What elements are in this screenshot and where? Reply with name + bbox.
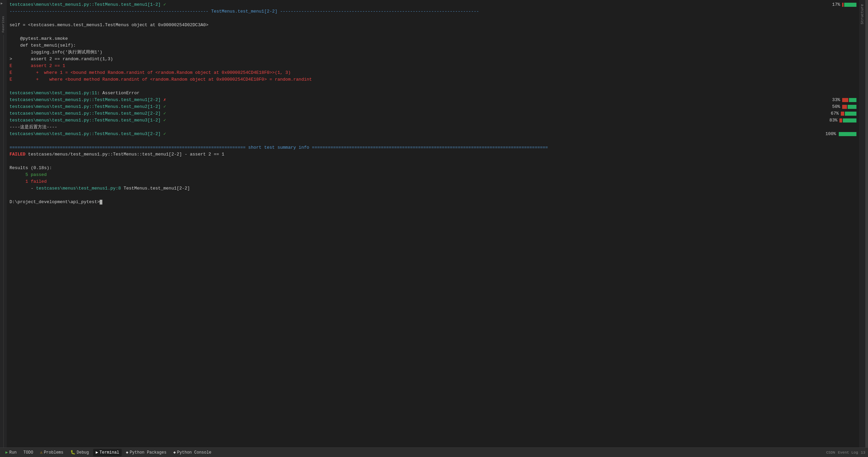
test-line-6: testcases\menus\test_menus1.py::TestMenu… [10, 131, 856, 137]
debug-label: Debug [77, 450, 89, 455]
error-3: E + where <bound method Random.randint o… [10, 76, 856, 83]
terminal-button[interactable]: ▶ Terminal [93, 449, 122, 456]
terminal-label: Terminal [100, 450, 119, 455]
sidebar-top-icon: ▶ [1, 1, 6, 6]
progress-right-2: 33% [832, 97, 856, 103]
pbar-red-3 [842, 105, 847, 109]
percent-5: 83% [830, 117, 837, 124]
blank-1 [10, 15, 856, 22]
self-line: self = <testcases.menus.test_menus1.Test… [10, 22, 856, 29]
percent-6: 100% [826, 131, 836, 137]
problems-label: Problems [44, 450, 64, 455]
problems-button[interactable]: ⚠ Problems [37, 449, 66, 456]
separator-line: ----------------------------------------… [10, 8, 856, 15]
progress-right-5: 83% [830, 117, 856, 124]
sidebar-favorites: Favorites [2, 16, 5, 33]
progress-right-1: 17% [832, 1, 856, 8]
pbar-red-2 [842, 98, 848, 102]
python-console-button[interactable]: ◆ Python Console [171, 449, 214, 456]
progress-right-3: 50% [832, 103, 856, 110]
pbar-3 [842, 105, 856, 109]
file-link[interactable]: testcases\menus\test_menus1.py:11 [10, 91, 97, 96]
blank-6 [10, 192, 856, 199]
run-button[interactable]: ▶ Run [3, 449, 19, 456]
pbar-4 [841, 112, 856, 116]
code-4: > assert 2 == random.randint(1,3) [10, 56, 856, 63]
code-2: def test_menu1(self): [10, 42, 856, 49]
failed-item-line: - testcases\menus\test_menus1.py:8 TestM… [10, 185, 856, 192]
error-2: E + where 1 = <bound method Random.randi… [10, 69, 856, 76]
cursor [100, 200, 102, 205]
python-packages-label: Python Packages [130, 450, 167, 455]
main-area: ▶ Favorites testcases\menus\test_menus1.… [0, 0, 868, 447]
code-3: logging.info('执行测试用例1') [10, 49, 856, 56]
pbar-red-4 [841, 112, 844, 116]
python-packages-button[interactable]: ◆ Python Packages [123, 449, 169, 456]
pbar-green-1 [844, 3, 856, 7]
failed-line: FAILED testcases/menus/test_menus1.py::T… [10, 151, 856, 158]
test-path-6: testcases\menus\test_menus1.py::TestMenu… [10, 131, 166, 137]
csdn-label: CSDN [826, 451, 835, 455]
todo-button[interactable]: TODO [21, 449, 36, 456]
right-panel: Structure [859, 0, 865, 447]
event-log-label[interactable]: Event Log [838, 451, 858, 455]
test-path-5: testcases\menus\test_menus1.py::TestMenu… [10, 117, 166, 124]
run-icon: ▶ [5, 450, 8, 455]
failed-item-link[interactable]: testcases\menus\test_menus1.py:8 [36, 186, 121, 191]
terminal-container[interactable]: testcases\menus\test_menus1.py::TestMenu… [7, 0, 859, 447]
python-console-label: Python Console [177, 450, 211, 455]
pbar-red-5 [839, 118, 842, 123]
scrollbar-v[interactable] [865, 0, 868, 447]
error-1: E assert 2 == 1 [10, 63, 856, 69]
test-path-2: testcases\menus\test_menus1.py::TestMenu… [10, 97, 166, 103]
pbar-green-2 [849, 98, 856, 102]
debug-icon: 🐛 [70, 450, 75, 455]
percent-1: 17% [832, 1, 840, 8]
code-1: @pytest.mark.smoke [10, 35, 856, 42]
test-path-4: testcases\menus\test_menus1.py::TestMenu… [10, 110, 166, 117]
percent-4: 67% [831, 110, 839, 117]
pbar-5 [839, 118, 856, 123]
line-count: 13 [861, 451, 865, 455]
results-header: Results (0.18s): [10, 165, 856, 172]
test-line-3: testcases\menus\test_menus1.py::TestMenu… [10, 103, 856, 110]
test-path-3: testcases\menus\test_menus1.py::TestMenu… [10, 103, 166, 110]
status-area: CSDN Event Log 13 [826, 451, 865, 455]
passed-line: 5 passed [10, 172, 856, 178]
test-line-5: testcases\menus\test_menus1.py::TestMenu… [10, 117, 856, 124]
blank-4 [10, 137, 856, 144]
progress-right-6: 100% [826, 131, 856, 137]
pbar-2 [842, 98, 856, 102]
pbar-green-4 [845, 112, 856, 116]
prompt-line: D:\project_development\api_pytest> [10, 199, 856, 206]
teardown-line: ----这是后置方法---- [10, 124, 856, 131]
progress-right-4: 67% [831, 110, 856, 117]
bottom-toolbar: ▶ Run TODO ⚠ Problems 🐛 Debug ▶ Terminal… [0, 447, 868, 457]
file-link-line: testcases\menus\test_menus1.py:11: Asser… [10, 90, 856, 97]
pbar-6 [838, 132, 856, 136]
left-sidebar: ▶ Favorites [0, 0, 7, 447]
python-packages-icon: ◆ [126, 450, 128, 455]
problems-icon: ⚠ [40, 450, 42, 455]
test-line-2: testcases\menus\test_menus1.py::TestMenu… [10, 97, 856, 103]
pbar-1 [842, 3, 856, 7]
run-label: Run [9, 450, 17, 455]
blank-2 [10, 29, 856, 35]
blank-5 [10, 158, 856, 165]
structure-label[interactable]: Structure [860, 1, 865, 27]
test-line-4: testcases\menus\test_menus1.py::TestMenu… [10, 110, 856, 117]
python-console-icon: ◆ [173, 450, 176, 455]
failed-count-line: 1 failed [10, 178, 856, 185]
pbar-green-3 [848, 105, 856, 109]
todo-label: TODO [23, 450, 33, 455]
pbar-green-6 [839, 132, 856, 136]
percent-2: 33% [832, 97, 840, 103]
test-path-1: testcases\menus\test_menus1.py::TestMenu… [10, 1, 166, 8]
percent-3: 50% [832, 103, 840, 110]
debug-button[interactable]: 🐛 Debug [68, 449, 92, 456]
pbar-red-1 [842, 3, 844, 7]
blank-3 [10, 83, 856, 90]
terminal-icon: ▶ [96, 450, 98, 455]
summary-header: ========================================… [10, 144, 856, 151]
test-line-1: testcases\menus\test_menus1.py::TestMenu… [10, 1, 856, 8]
